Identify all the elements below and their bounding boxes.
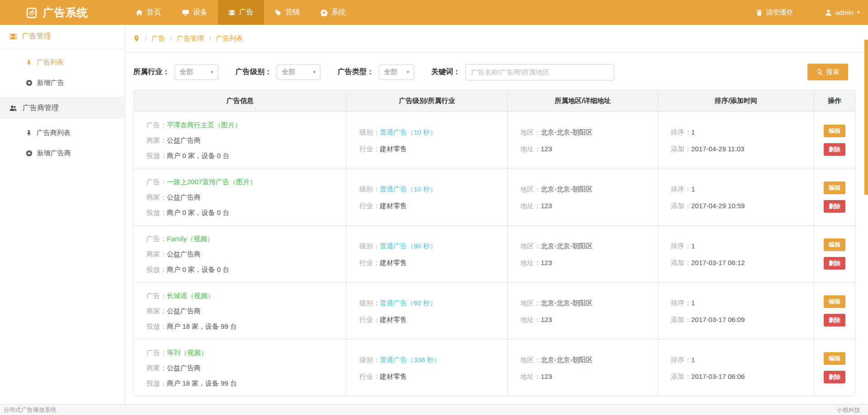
sidebar-item-label: 新增广告商 [37,149,71,158]
ad-board-icon [25,6,39,19]
ad-name-link[interactable]: 长城谣（视频） [167,292,214,299]
breadcrumb-separator: / [145,35,146,42]
merchant-label: 商家： [146,307,167,315]
level-label: 级别： [359,185,380,193]
sidebar-item-label: 新增广告 [37,79,64,87]
table-row: 广告：长城谣（视频） 商家：公益广告商 投放：商户 18 家，设备 99 台 级… [134,282,855,339]
sidebar-item-add-ad[interactable]: 新增广告 [0,73,125,93]
edit-button[interactable]: 编辑 [824,182,845,194]
sidebar-item-add-advertiser[interactable]: 新增广告商 [0,143,125,163]
delete-button[interactable]: 删除 [824,143,845,156]
industry-select[interactable]: 全部 ▾ [175,65,218,80]
added-value: 2017-03-17 06:06 [691,373,745,380]
footer: 分布式广告播放系统 小栈科技 [0,404,868,415]
pin-icon [26,130,32,136]
navbar-right: 清空缓存 admin ▾ [756,0,868,25]
chevron-down-icon: ▾ [857,10,860,15]
added-label: 添加： [671,202,691,210]
nav-item-home[interactable]: 首页 [125,0,171,25]
deploy-label: 投放： [146,209,167,216]
username-label: admin [835,9,854,16]
edit-button[interactable]: 编辑 [824,125,845,137]
ad-name-link[interactable]: 等到（视频） [167,349,208,356]
nav-item-label: 营销 [285,8,300,17]
level-industry-cell: 级别：普通广告（60 秒） 行业：建材零售 [346,283,507,339]
sort-time-cell: 排序：1 添加：2017-04-29 11:03 [658,112,814,168]
edit-button[interactable]: 编辑 [824,238,845,251]
sidebar-item-advertiser-list[interactable]: 广告商列表 [0,123,125,143]
level-link[interactable]: 普通广告（90 秒） [380,242,437,250]
nav-item-ads[interactable]: 广告 [218,0,264,25]
sort-value: 1 [691,185,695,193]
type-select[interactable]: 全部 ▾ [379,65,414,80]
nav-item-system[interactable]: 系统 [310,0,356,25]
plus-circle-icon [26,79,33,86]
app-logo[interactable]: 广告系统 [0,0,125,25]
type-select-value: 全部 [384,68,397,76]
address-label: 地址： [520,373,541,380]
ad-name-link[interactable]: 平潭农商行主页（图片） [167,121,241,129]
address-value: 123 [541,202,552,210]
ad-label: 广告： [146,292,167,299]
level-link[interactable]: 普通广告（60 秒） [380,299,437,307]
level-link[interactable]: 普通广告（10 秒） [380,185,437,193]
nav-item-devices[interactable]: 设备 [171,0,218,25]
address-value: 123 [541,373,552,380]
merchant-label: 商家： [146,250,167,258]
scrollbar-thumb[interactable] [864,40,868,195]
user-menu[interactable]: admin ▾ [825,9,860,16]
nav-item-marketing[interactable]: 营销 [264,0,310,25]
breadcrumb-link-ads[interactable]: 广告 [151,34,165,43]
level-link[interactable]: 普通广告（10 秒） [380,128,437,136]
tag-icon [274,9,282,16]
edit-button[interactable]: 编辑 [824,352,845,365]
keyword-input[interactable] [465,64,614,80]
sidebar-section-ad-management[interactable]: 广告管理 [0,25,125,48]
breadcrumb-link-ad-management[interactable]: 广告管理 [177,34,204,43]
footer-right-text: 小栈科技 [837,406,860,414]
delete-button[interactable]: 删除 [824,314,845,326]
level-link[interactable]: 普通广告（338 秒） [380,356,440,364]
industry-value: 建材零售 [380,373,407,380]
sidebar-item-ad-list[interactable]: 广告列表 [0,52,125,73]
column-header-region-address: 所属地区/详细地址 [507,90,658,112]
search-button-label: 搜索 [826,68,840,76]
delete-button[interactable]: 删除 [824,257,845,270]
region-value: 北京-北京-朝阳区 [541,242,593,250]
level-label: 级别： [359,242,380,250]
actions-cell: 编辑 删除 [814,226,855,282]
level-label: 级别： [359,299,380,307]
region-address-cell: 地区：北京-北京-朝阳区 地址：123 [507,112,658,168]
industry-label: 行业： [359,373,380,380]
address-value: 123 [541,259,552,266]
delete-button[interactable]: 删除 [824,200,845,213]
chevron-down-icon: ▾ [406,70,409,75]
edit-button[interactable]: 编辑 [824,295,845,308]
level-industry-cell: 级别：普通广告（338 秒） 行业：建材零售 [346,340,507,396]
sort-time-cell: 排序：1 添加：2017-03-17 06:06 [658,340,814,396]
sort-label: 排序： [671,242,691,250]
sort-time-cell: 排序：1 添加：2017-03-17 06:12 [658,226,814,282]
sidebar-item-label: 广告列表 [37,58,64,67]
added-label: 添加： [671,145,691,153]
users-icon [9,104,18,112]
clear-cache-button[interactable]: 清空缓存 [756,8,793,17]
delete-button[interactable]: 删除 [824,371,845,383]
region-label: 地区： [520,356,541,364]
sort-label: 排序： [671,356,691,364]
ad-name-link[interactable]: Family（视频） [167,235,214,242]
merchant-label: 商家： [146,136,167,144]
pin-icon [26,59,32,66]
search-icon [816,69,823,75]
deploy-value: 商户 0 家，设备 0 台 [167,209,229,216]
nav-item-label: 广告 [239,8,254,17]
merchant-value: 公益广告商 [167,250,201,258]
sidebar-section-advertiser-management[interactable]: 广告商管理 [0,97,125,119]
deploy-value: 商户 18 家，设备 99 台 [167,379,237,387]
nav-item-label: 设备 [193,8,208,17]
level-select[interactable]: 全部 ▾ [277,65,321,80]
ad-name-link[interactable]: 一路上2007宣传广告（图片） [167,178,256,186]
level-industry-cell: 级别：普通广告（10 秒） 行业：建材零售 [346,169,507,225]
breadcrumb-link-ad-list[interactable]: 广告列表 [216,34,243,43]
search-button[interactable]: 搜索 [807,64,848,80]
